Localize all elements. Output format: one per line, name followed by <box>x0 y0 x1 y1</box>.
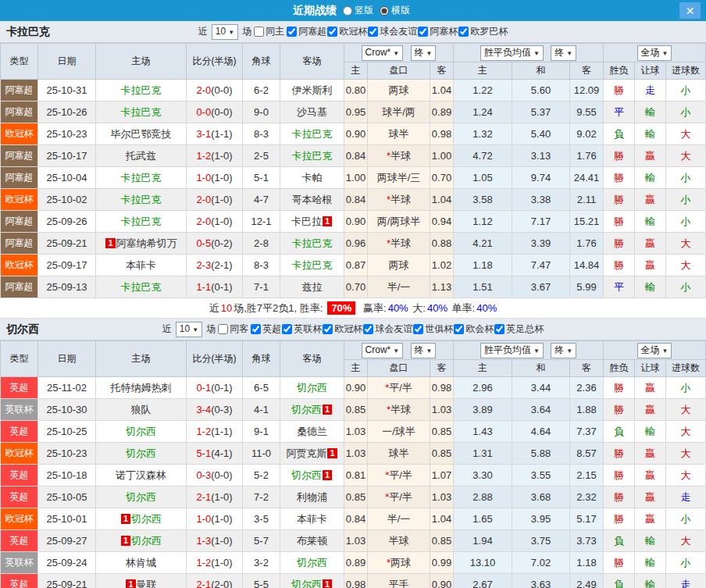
league-checkbox[interactable]: 欧冠杯 <box>322 323 362 336</box>
score: 1-2(1-0) <box>187 552 243 574</box>
league-checkbox[interactable]: 球会友谊 <box>367 25 417 38</box>
crow-away-odds: 0.89 <box>430 102 454 123</box>
league-checkbox-input[interactable] <box>368 27 378 37</box>
score: 2-0(1-0) <box>187 189 243 211</box>
goals-result: 小 <box>666 80 706 102</box>
winloss-result: 勝 <box>604 486 635 508</box>
league-checkbox-input[interactable] <box>282 324 292 334</box>
corner-score: 5-1 <box>243 167 280 189</box>
avg-home-odds: 2.67 <box>454 574 512 588</box>
final-odds-select-1[interactable]: 终▼ <box>411 343 437 358</box>
league-checkbox[interactable]: 阿塞杯 <box>417 25 458 38</box>
col-home: 主场 <box>96 341 187 377</box>
crow-home-odds: 0.87 <box>344 255 368 276</box>
crow-away-odds: 0.98 <box>430 123 454 145</box>
league-checkbox-input[interactable] <box>494 324 505 334</box>
league-checkbox-input[interactable] <box>363 324 373 334</box>
winloss-result: 負 <box>604 574 635 588</box>
home-team: 卡拉巴克 <box>96 80 187 102</box>
league-checkbox-input[interactable] <box>287 27 297 37</box>
table-row: 阿塞超25-09-211阿塞纳希切万0-5(0-2)2-8卡拉巴克0.96*半球… <box>1 233 706 255</box>
league-checkbox[interactable]: 球会友谊 <box>362 323 412 336</box>
score: 1-2(1-0) <box>187 145 243 167</box>
same-venue-input[interactable] <box>254 27 264 37</box>
final-odds-select-1[interactable]: 终▼ <box>411 45 437 61</box>
col-crow-home: 主 <box>344 360 368 377</box>
home-team: 卡拉巴克 <box>96 211 187 233</box>
radio-horizontal[interactable]: 横版 <box>380 4 410 17</box>
league-checkbox-input[interactable] <box>418 27 428 37</box>
crow-away-odds: 1.07 <box>430 465 454 486</box>
corner-score: 4-1 <box>243 399 280 421</box>
final-odds-select-2[interactable]: 终▼ <box>551 343 576 358</box>
league-checkbox-input[interactable] <box>454 324 464 334</box>
league-checkbox[interactable]: 欧罗巴杯 <box>458 25 508 38</box>
league-checkbox-input[interactable] <box>413 324 423 334</box>
home-team: 卡拉巴克 <box>96 167 187 189</box>
score: 1-2(1-1) <box>187 421 243 443</box>
red-card-badge: 1 <box>105 238 115 248</box>
league-checkbox[interactable]: 阿塞超 <box>286 25 326 38</box>
bookmaker-select[interactable]: Crow*▼ <box>362 343 404 358</box>
same-venue-checkbox[interactable]: 同客 <box>217 323 248 336</box>
radio-vertical-input[interactable] <box>343 6 352 16</box>
final-odds-select-2[interactable]: 终▼ <box>551 45 576 61</box>
league-checkbox[interactable]: 欧会杯 <box>453 323 494 336</box>
league-checkboxes: 阿塞超欧冠杯球会友谊阿塞杯欧罗巴杯 <box>286 25 508 39</box>
home-team: 1切尔西 <box>96 530 187 552</box>
crow-home-odds: 0.70 <box>344 276 368 298</box>
col-score: 比分(半场) <box>187 341 243 377</box>
score: 5-1(4-1) <box>187 443 243 465</box>
handicap-result: 輸 <box>635 211 666 233</box>
goals-result: 小 <box>666 189 706 211</box>
league-checkbox[interactable]: 世俱杯 <box>412 323 453 336</box>
score: 3-4(0-3) <box>187 399 243 421</box>
avg-home-odds: 1.43 <box>454 421 512 443</box>
radio-horizontal-input[interactable] <box>380 6 389 16</box>
avg-away-odds: 1.76 <box>570 233 604 255</box>
league-checkbox-input[interactable] <box>458 27 469 37</box>
page-title: 近期战绩 <box>293 4 337 18</box>
goals-result: 大 <box>666 399 706 421</box>
goals-result: 大 <box>666 465 706 486</box>
league-checkbox[interactable]: 英足总杯 <box>494 323 544 336</box>
match-count-select[interactable]: 10▼ <box>176 322 202 337</box>
winloss-result: 勝 <box>604 465 635 486</box>
table-row: 欧冠杯25-09-17本菲卡2-3(2-1)8-3卡拉巴克0.87两球1.021… <box>1 255 706 276</box>
league-checkbox-input[interactable] <box>323 324 333 334</box>
red-card-badge: 1 <box>323 216 332 226</box>
league-type: 欧冠杯 <box>1 255 38 276</box>
bookmaker-select[interactable]: Crow*▼ <box>362 45 404 61</box>
col-winloss: 胜负 <box>604 360 635 377</box>
home-team: 1阿塞纳希切万 <box>96 233 187 255</box>
full-match-select[interactable]: 全场▼ <box>637 343 672 358</box>
goals-result: 小 <box>666 276 706 298</box>
score: 3-1(1-1) <box>187 123 243 145</box>
avg-odds-select[interactable]: 胜平负均值▼ <box>480 45 544 61</box>
filter-bar: 切尔西 近 10▼ 场 同客 英超英联杯欧冠杯球会友谊世俱杯欧会杯英足总杯 <box>0 319 706 340</box>
avg-odds-select[interactable]: 胜平负均值▼ <box>480 343 544 358</box>
league-checkbox[interactable]: 英联杯 <box>281 323 322 336</box>
full-match-select[interactable]: 全场▼ <box>637 45 672 61</box>
radio-vertical[interactable]: 竖版 <box>343 4 373 17</box>
league-checkbox[interactable]: 英超 <box>250 323 281 336</box>
table-row: 英超25-09-271切尔西1-3(1-0)5-7布莱顿1.03半球0.851.… <box>1 530 706 552</box>
close-icon[interactable]: ✕ <box>679 2 701 19</box>
table-row: 欧冠杯25-10-23切尔西5-1(4-1)11-0阿贾克斯11.03球半0.8… <box>1 443 706 465</box>
handicap-line: 两/两球半 <box>368 211 430 233</box>
crow-away-odds: 1.04 <box>430 508 454 530</box>
league-checkbox-input[interactable] <box>327 27 337 37</box>
same-venue-input[interactable] <box>218 324 228 334</box>
handicap-line: 球半/两 <box>368 102 430 123</box>
crow-home-odds: 0.80 <box>344 80 368 102</box>
same-venue-checkbox[interactable]: 同主 <box>253 25 284 38</box>
away-team: 本菲卡 <box>280 508 344 530</box>
avg-away-odds: 15.21 <box>570 211 604 233</box>
match-count-select[interactable]: 10▼ <box>212 24 238 40</box>
col-goals: 进球数 <box>666 62 706 80</box>
corner-score: 7-1 <box>243 276 280 298</box>
league-checkbox[interactable]: 欧冠杯 <box>326 25 367 38</box>
league-checkbox-input[interactable] <box>251 324 261 334</box>
handicap-line: 半/一 <box>368 276 430 298</box>
crow-away-odds: 0.88 <box>430 233 454 255</box>
